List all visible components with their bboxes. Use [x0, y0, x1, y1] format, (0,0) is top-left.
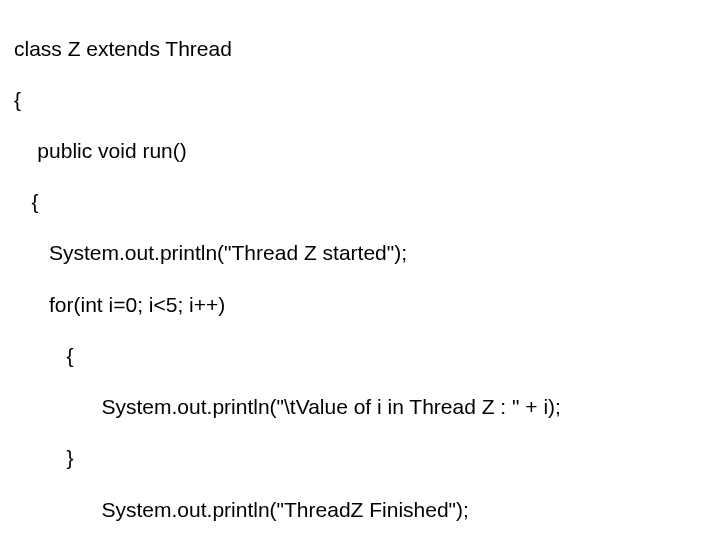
- code-line: {: [14, 87, 706, 113]
- code-line: {: [14, 343, 706, 369]
- code-line: {: [14, 189, 706, 215]
- code-line: System.out.println("ThreadZ Finished");: [14, 497, 706, 523]
- code-line: System.out.println("Thread Z started");: [14, 240, 706, 266]
- code-slide: class Z extends Thread { public void run…: [0, 0, 720, 540]
- code-line: for(int i=0; i<5; i++): [14, 292, 706, 318]
- code-line: class Z extends Thread: [14, 36, 706, 62]
- code-line: }: [14, 445, 706, 471]
- code-line: System.out.println("\tValue of i in Thre…: [14, 394, 706, 420]
- code-line: public void run(): [14, 138, 706, 164]
